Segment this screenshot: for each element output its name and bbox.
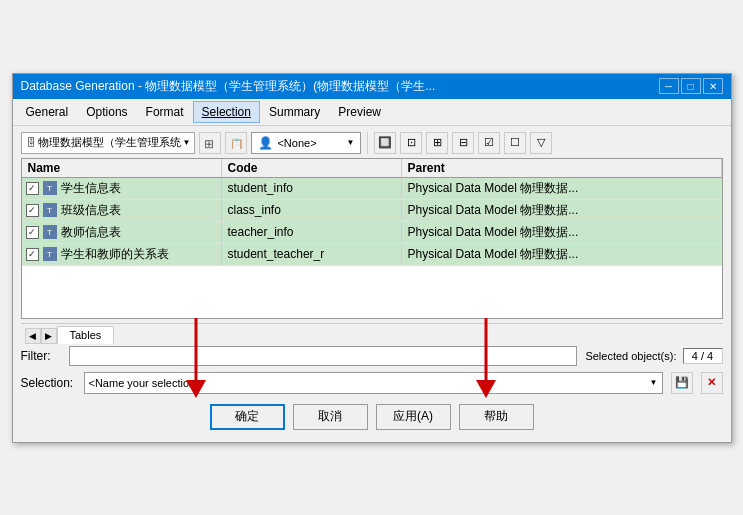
icon3: ⊞ [433, 136, 442, 149]
menu-bar: General Options Format Selection Summary… [13, 99, 731, 126]
cell-parent-0: Physical Data Model 物理数据... [402, 178, 722, 199]
db-icon: 🗄 [26, 137, 36, 148]
menu-item-format[interactable]: Format [137, 101, 193, 123]
window-title: Database Generation - 物理数据模型（学生管理系统）(物理数… [21, 78, 436, 95]
toolbar-icon-5[interactable]: ☑ [478, 132, 500, 154]
count-display: 4 / 4 [683, 348, 723, 364]
row-name-3: 学生和教师的关系表 [61, 246, 169, 263]
person-dropdown-arrow: ▼ [347, 138, 355, 147]
table-row[interactable]: ✓ T 班级信息表 class_info Physical Data Model… [22, 200, 722, 222]
cell-name-2: ✓ T 教师信息表 [22, 222, 222, 243]
icon5: ☑ [484, 136, 494, 149]
apply-button[interactable]: 应用(A) [376, 404, 451, 430]
selected-count-area: Selected object(s): 4 / 4 [585, 348, 722, 364]
add-icon: ⊞ [204, 137, 216, 149]
table-icon-0: T [43, 181, 57, 195]
selection-delete-button[interactable]: ✕ [701, 372, 723, 394]
table-icon-3: T [43, 247, 57, 261]
filter-input[interactable] [69, 346, 578, 366]
filter-row: Filter: Selected object(s): 4 / 4 [21, 344, 723, 368]
cell-name-3: ✓ T 学生和教师的关系表 [22, 244, 222, 265]
table-icon-1: T [43, 203, 57, 217]
row-name-2: 教师信息表 [61, 224, 121, 241]
table-header: Name Code Parent [22, 159, 722, 178]
svg-marker-3 [186, 380, 206, 398]
selection-combo-arrow: ▼ [650, 378, 658, 387]
selection-save-button[interactable]: 💾 [671, 372, 693, 394]
table-row[interactable]: ✓ T 教师信息表 teacher_info Physical Data Mod… [22, 222, 722, 244]
col-header-parent: Parent [402, 159, 722, 177]
filter-icon: ▽ [537, 136, 545, 149]
toolbar-icon-4[interactable]: ⊟ [452, 132, 474, 154]
cell-code-3: student_teacher_r [222, 245, 402, 263]
col-header-name: Name [22, 159, 222, 177]
minimize-button[interactable]: ─ [659, 78, 679, 94]
cell-parent-2: Physical Data Model 物理数据... [402, 222, 722, 243]
tab-bar: ◀ ▶ Tables [21, 323, 723, 344]
menu-item-preview[interactable]: Preview [329, 101, 390, 123]
checkbox-0[interactable]: ✓ [26, 182, 39, 195]
main-table: Name Code Parent ✓ T 学生信息表 student_info … [21, 158, 723, 319]
toolbar-icon-properties[interactable]: 📋 [225, 132, 247, 154]
svg-text:⊞: ⊞ [204, 137, 214, 149]
person-label: <None> [277, 137, 316, 149]
cell-name-0: ✓ T 学生信息表 [22, 178, 222, 199]
selection-combo[interactable]: <Name your selection> ▼ [84, 372, 663, 394]
cell-parent-3: Physical Data Model 物理数据... [402, 244, 722, 265]
save-icon: 💾 [675, 376, 689, 389]
button-row: 确定 取消 应用(A) 帮助 [21, 400, 723, 436]
checkbox-3[interactable]: ✓ [26, 248, 39, 261]
main-window: Database Generation - 物理数据模型（学生管理系统）(物理数… [12, 73, 732, 443]
toolbar-separator [367, 132, 368, 154]
filter-label: Filter: [21, 349, 61, 363]
col-header-code: Code [222, 159, 402, 177]
row-name-1: 班级信息表 [61, 202, 121, 219]
toolbar-row: 🗄 物理数据模型（学生管理系统 ▼ ⊞ 📋 👤 <None> ▼ 🔲 [21, 132, 723, 154]
toolbar-icon-6[interactable]: ☐ [504, 132, 526, 154]
table-row[interactable]: ✓ T 学生信息表 student_info Physical Data Mod… [22, 178, 722, 200]
cell-code-1: class_info [222, 201, 402, 219]
tab-prev-button[interactable]: ◀ [25, 328, 41, 344]
menu-item-summary[interactable]: Summary [260, 101, 329, 123]
arrow-2 [471, 318, 501, 398]
toolbar-icon-add[interactable]: ⊞ [199, 132, 221, 154]
selection-row: Selection: <Name your selection> ▼ 💾 ✕ [21, 372, 723, 394]
icon6: ☐ [510, 136, 520, 149]
toolbar-icon-filter[interactable]: ▽ [530, 132, 552, 154]
table-body: ✓ T 学生信息表 student_info Physical Data Mod… [22, 178, 722, 318]
arrow-1 [181, 318, 211, 398]
icon4: ⊟ [459, 136, 468, 149]
icon2: ⊡ [407, 136, 416, 149]
toolbar-icon-3[interactable]: ⊞ [426, 132, 448, 154]
model-label: 物理数据模型（学生管理系统 [38, 135, 181, 150]
help-button[interactable]: 帮助 [459, 404, 534, 430]
person-icon: 👤 [258, 136, 273, 150]
selection-label: Selection: [21, 376, 76, 390]
cell-name-1: ✓ T 班级信息表 [22, 200, 222, 221]
tab-next-button[interactable]: ▶ [41, 328, 57, 344]
cancel-button[interactable]: 取消 [293, 404, 368, 430]
ok-button[interactable]: 确定 [210, 404, 285, 430]
content-area: 🗄 物理数据模型（学生管理系统 ▼ ⊞ 📋 👤 <None> ▼ 🔲 [13, 126, 731, 442]
delete-icon: ✕ [707, 376, 716, 389]
close-button[interactable]: ✕ [703, 78, 723, 94]
props-icon: 📋 [230, 137, 242, 149]
checkbox-1[interactable]: ✓ [26, 204, 39, 217]
menu-item-general[interactable]: General [17, 101, 78, 123]
menu-item-options[interactable]: Options [77, 101, 136, 123]
model-dropdown[interactable]: 🗄 物理数据模型（学生管理系统 ▼ [21, 132, 196, 154]
tab-tables[interactable]: Tables [57, 326, 115, 344]
person-dropdown[interactable]: 👤 <None> ▼ [251, 132, 361, 154]
icon1: 🔲 [378, 136, 392, 149]
menu-item-selection[interactable]: Selection [193, 101, 260, 123]
title-bar: Database Generation - 物理数据模型（学生管理系统）(物理数… [13, 74, 731, 99]
svg-text:📋: 📋 [230, 137, 242, 149]
maximize-button[interactable]: □ [681, 78, 701, 94]
title-bar-buttons: ─ □ ✕ [659, 78, 723, 94]
toolbar-icon-1[interactable]: 🔲 [374, 132, 396, 154]
cell-parent-1: Physical Data Model 物理数据... [402, 200, 722, 221]
table-row[interactable]: ✓ T 学生和教师的关系表 student_teacher_r Physical… [22, 244, 722, 266]
checkbox-2[interactable]: ✓ [26, 226, 39, 239]
svg-marker-5 [476, 380, 496, 398]
toolbar-icon-2[interactable]: ⊡ [400, 132, 422, 154]
